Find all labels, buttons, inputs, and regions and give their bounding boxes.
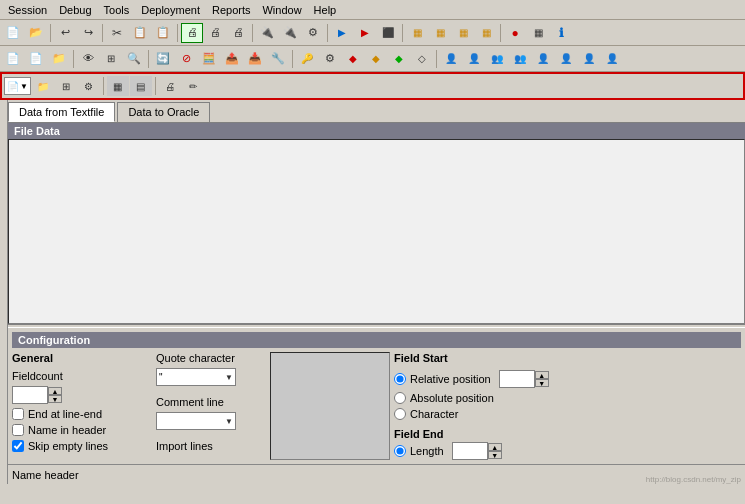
tb2-person1[interactable]: 👤: [440, 49, 462, 69]
menu-reports[interactable]: Reports: [206, 2, 257, 18]
quote-char-combo[interactable]: " ▼: [156, 368, 236, 386]
tb2-doc2[interactable]: 📄: [25, 49, 47, 69]
fieldcount-input[interactable]: 0: [12, 386, 48, 404]
menu-debug[interactable]: Debug: [53, 2, 97, 18]
end-at-line-end-checkbox[interactable]: [12, 408, 24, 420]
end-at-line-end-row: End at line-end: [12, 408, 152, 420]
tb-settings[interactable]: ⚙: [302, 23, 324, 43]
menu-help[interactable]: Help: [308, 2, 343, 18]
tb3-btn5[interactable]: ▤: [130, 76, 152, 96]
tb2-person7[interactable]: 👤: [578, 49, 600, 69]
tb3-pencil[interactable]: ✏: [182, 76, 204, 96]
sep4: [252, 24, 253, 42]
main-layout: Data from Textfile Data to Oracle File D…: [0, 100, 745, 484]
tb-arrow-right1[interactable]: ▶: [331, 23, 353, 43]
tb2-person2[interactable]: 👤: [463, 49, 485, 69]
tb-copy[interactable]: 📋: [129, 23, 151, 43]
tb2-grid[interactable]: ⊞: [100, 49, 122, 69]
length-row: Length 0 ▲ ▼: [394, 442, 604, 460]
tb3-btn1[interactable]: 📁: [32, 76, 54, 96]
field-end-spin-down[interactable]: ▼: [488, 451, 502, 459]
menu-session[interactable]: Session: [2, 2, 53, 18]
tb2-filter[interactable]: ⊘: [175, 49, 197, 69]
tb-tbl1[interactable]: ▦: [527, 23, 549, 43]
tb-undo[interactable]: ↩: [54, 23, 76, 43]
tb2-tools5[interactable]: ◆: [388, 49, 410, 69]
tb-connect[interactable]: 🔌: [256, 23, 278, 43]
skip-empty-lines-checkbox[interactable]: [12, 440, 24, 452]
tb2-tools6[interactable]: ◇: [411, 49, 433, 69]
name-header-bar: Name header http://blog.csdn.net/my_zip: [8, 464, 745, 484]
sep7: [500, 24, 501, 42]
config-fieldstart-col: Field Start Relative position 0 ▲ ▼: [394, 352, 604, 460]
fieldcount-spin-up[interactable]: ▲: [48, 387, 62, 395]
tb2-doc1[interactable]: 📄: [2, 49, 24, 69]
field-end-input[interactable]: 0: [452, 442, 488, 460]
tb-redo[interactable]: ↪: [77, 23, 99, 43]
tb-new[interactable]: 📄: [2, 23, 24, 43]
toolbar-row2: 📄 📄 📁 👁 ⊞ 🔍 🔄 ⊘ 🧮 📤 📥 🔧 🔑 ⚙ ◆ ◆ ◆ ◇ 👤 👤 …: [0, 46, 745, 72]
tb2-tools2[interactable]: ⚙: [319, 49, 341, 69]
tb-red1[interactable]: ●: [504, 23, 526, 43]
tb-arrow-right2[interactable]: ▶: [354, 23, 376, 43]
tb2-import[interactable]: 📥: [244, 49, 266, 69]
name-in-header-label: Name in header: [28, 424, 106, 436]
sep13: [155, 77, 156, 95]
tb-db2[interactable]: ▦: [429, 23, 451, 43]
length-radio[interactable]: [394, 445, 406, 457]
tb2-export[interactable]: 📤: [221, 49, 243, 69]
field-start-spin-down[interactable]: ▼: [535, 379, 549, 387]
tb-print[interactable]: 🖨: [181, 23, 203, 43]
tb2-wrench[interactable]: 🔧: [267, 49, 289, 69]
tb3-dropdown[interactable]: 📄 ▼: [4, 77, 31, 95]
tb-db3[interactable]: ▦: [452, 23, 474, 43]
tb2-eye[interactable]: 👁: [77, 49, 99, 69]
menu-window[interactable]: Window: [256, 2, 307, 18]
tb2-doc3[interactable]: 📁: [48, 49, 70, 69]
menu-tools[interactable]: Tools: [98, 2, 136, 18]
tb2-calc[interactable]: 🧮: [198, 49, 220, 69]
tb-stop[interactable]: ⬛: [377, 23, 399, 43]
relative-pos-radio[interactable]: [394, 373, 406, 385]
tab-strip: Data from Textfile Data to Oracle: [8, 100, 745, 123]
tb-cut[interactable]: ✂: [106, 23, 128, 43]
tb-open[interactable]: 📂: [25, 23, 47, 43]
tb-printer[interactable]: 🖨: [227, 23, 249, 43]
tb2-tools1[interactable]: 🔑: [296, 49, 318, 69]
name-in-header-checkbox[interactable]: [12, 424, 24, 436]
tb3-print[interactable]: 🖨: [159, 76, 181, 96]
skip-empty-lines-label: Skip empty lines: [28, 440, 108, 452]
tb-db4[interactable]: ▦: [475, 23, 497, 43]
tb2-person6[interactable]: 👤: [555, 49, 577, 69]
field-start-spin-up[interactable]: ▲: [535, 371, 549, 379]
tb2-tools4[interactable]: ◆: [365, 49, 387, 69]
field-start-input[interactable]: 0: [499, 370, 535, 388]
tb2-person8[interactable]: 👤: [601, 49, 623, 69]
tab-data-to-oracle[interactable]: Data to Oracle: [117, 102, 210, 122]
tb-paste[interactable]: 📋: [152, 23, 174, 43]
tb-info[interactable]: ℹ: [550, 23, 572, 43]
tb2-tools3[interactable]: ◆: [342, 49, 364, 69]
absolute-pos-radio[interactable]: [394, 392, 406, 404]
tb3-btn2[interactable]: ⊞: [55, 76, 77, 96]
tb-connect2[interactable]: 🔌: [279, 23, 301, 43]
tb3-btn3[interactable]: ⚙: [78, 76, 100, 96]
file-data-area[interactable]: [8, 139, 745, 324]
field-end-spin-up[interactable]: ▲: [488, 443, 502, 451]
tb-print2[interactable]: 🖨: [204, 23, 226, 43]
tb2-arrows[interactable]: 🔄: [152, 49, 174, 69]
comment-line-combo[interactable]: ▼: [156, 412, 236, 430]
tb3-btn4[interactable]: ▦: [107, 76, 129, 96]
tab-data-from-textfile[interactable]: Data from Textfile: [8, 102, 115, 122]
absolute-pos-row: Absolute position: [394, 392, 604, 404]
character-radio[interactable]: [394, 408, 406, 420]
fieldcount-spin-down[interactable]: ▼: [48, 395, 62, 403]
tb2-search[interactable]: 🔍: [123, 49, 145, 69]
tb-db1[interactable]: ▦: [406, 23, 428, 43]
menu-deployment[interactable]: Deployment: [135, 2, 206, 18]
fieldcount-label: Fieldcount: [12, 370, 63, 382]
tb2-person5[interactable]: 👤: [532, 49, 554, 69]
tb2-person3[interactable]: 👥: [486, 49, 508, 69]
tb2-person4[interactable]: 👥: [509, 49, 531, 69]
field-end-section: Field End Length 0 ▲ ▼: [394, 428, 604, 460]
